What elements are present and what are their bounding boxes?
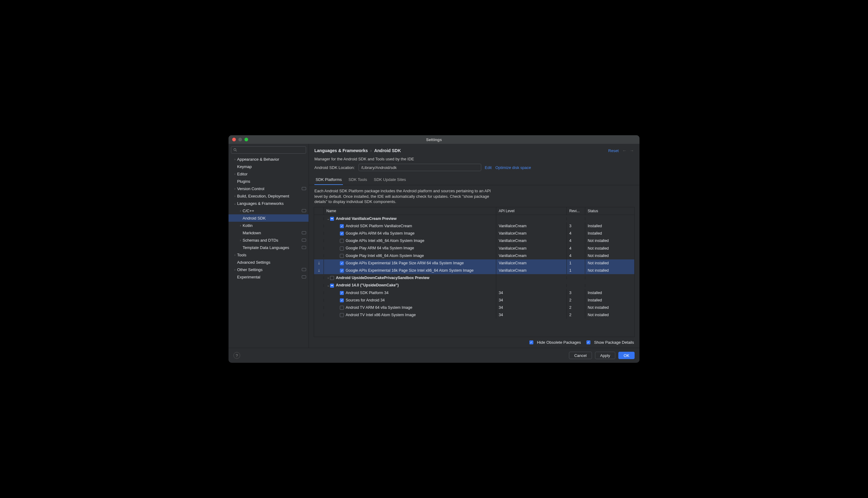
chevron-icon: ›	[238, 224, 242, 227]
row-api: 34	[496, 311, 567, 319]
breadcrumb: Languages & Frameworks › Android SDK	[314, 148, 401, 153]
crumb-parent[interactable]: Languages & Frameworks	[314, 148, 368, 153]
project-scope-icon	[302, 231, 306, 234]
table-row[interactable]: ⤓Google APIs Experimental 16k Page Size …	[314, 259, 634, 267]
checkbox-icon[interactable]	[340, 298, 344, 302]
table-row[interactable]: ›Android UpsideDownCakePrivacySandbox Pr…	[314, 274, 634, 281]
sidebar-item[interactable]: Advanced Settings	[228, 259, 308, 266]
tab-sdk-tools[interactable]: SDK Tools	[347, 175, 368, 185]
checkbox-icon[interactable]	[340, 239, 344, 243]
row-status: Not installed	[585, 252, 634, 259]
row-revision: 2	[567, 304, 585, 311]
row-name: Android VanillaIceCream Preview	[336, 217, 397, 221]
chevron-right-icon: ›	[370, 148, 372, 153]
row-revision	[567, 284, 585, 287]
show-details-checkbox[interactable]: Show Package Details	[587, 340, 634, 345]
tab-sdk-update-sites[interactable]: SDK Update Sites	[373, 175, 407, 185]
col-api-level[interactable]: API Level	[496, 207, 567, 215]
reset-link[interactable]: Reset	[608, 148, 619, 153]
forward-icon[interactable]: →	[630, 148, 634, 153]
checkbox-icon	[587, 340, 590, 344]
sidebar-item-label: Advanced Settings	[237, 260, 270, 265]
table-row[interactable]: Google Play ARM 64 v8a System ImageVanil…	[314, 245, 634, 252]
sidebar-nav: ›Appearance & BehaviorKeymap›EditorPlugi…	[228, 156, 308, 348]
hide-obsolete-checkbox[interactable]: Hide Obsolete Packages	[529, 340, 581, 345]
row-name: Google APIs Intel x86_64 Atom System Ima…	[346, 239, 424, 243]
row-name: Google APIs ARM 64 v8a System Image	[346, 231, 415, 236]
sidebar-item[interactable]: Plugins	[228, 178, 308, 185]
row-revision: 2	[567, 297, 585, 304]
table-row[interactable]: Android TV Intel x86 Atom System Image34…	[314, 311, 634, 319]
sidebar-item[interactable]: Experimental	[228, 273, 308, 280]
expand-icon[interactable]: ›	[326, 276, 330, 280]
sidebar: ›Appearance & BehaviorKeymap›EditorPlugi…	[228, 144, 309, 348]
checkbox-icon[interactable]	[340, 291, 344, 295]
table-row[interactable]: ⌄Android 14.0 ("UpsideDownCake")	[314, 281, 634, 289]
sidebar-item-label: Tools	[237, 253, 246, 257]
optimize-link[interactable]: Optimize disk space	[495, 165, 531, 170]
sidebar-item[interactable]: ›Other Settings	[228, 266, 308, 273]
table-row[interactable]: Google APIs ARM 64 v8a System ImageVanil…	[314, 230, 634, 237]
ok-button[interactable]: OK	[618, 352, 635, 359]
tab-sdk-platforms[interactable]: SDK Platforms	[314, 175, 343, 185]
cancel-button[interactable]: Cancel	[569, 352, 592, 359]
search-input[interactable]	[231, 146, 306, 154]
sidebar-item[interactable]: ›Editor	[228, 170, 308, 178]
row-status	[585, 284, 634, 287]
table-body[interactable]: ⌄Android VanillaIceCream PreviewAndroid …	[314, 215, 634, 337]
sidebar-item[interactable]: ›Version Control	[228, 185, 308, 192]
checkbox-icon[interactable]	[340, 313, 344, 317]
checkbox-icon[interactable]	[340, 268, 344, 273]
sidebar-item-label: Experimental	[237, 275, 260, 279]
sidebar-item[interactable]: Keymap	[228, 163, 308, 170]
checkbox-icon[interactable]	[340, 254, 344, 258]
col-name[interactable]: Name	[324, 207, 496, 215]
sidebar-item[interactable]: ›Schemas and DTDs	[228, 236, 308, 244]
table-row[interactable]: Android SDK Platform 34343Installed	[314, 289, 634, 297]
table-row[interactable]: Sources for Android 34342Installed	[314, 297, 634, 304]
apply-button[interactable]: Apply	[595, 352, 616, 359]
row-status: Not installed	[585, 311, 634, 319]
row-api: 34	[496, 304, 567, 311]
col-revision[interactable]: Revi...	[567, 207, 585, 215]
sidebar-item[interactable]: Template Data Languages	[228, 244, 308, 251]
expand-icon[interactable]: ⌄	[326, 217, 330, 221]
sidebar-item[interactable]: ›Tools	[228, 251, 308, 259]
chevron-icon: ›	[233, 172, 237, 176]
sidebar-item-label: Kotlin	[242, 223, 253, 228]
sidebar-item[interactable]: ›C/C++	[228, 207, 308, 214]
chevron-icon: ›	[233, 194, 237, 198]
sidebar-item[interactable]: ›Appearance & Behavior	[228, 156, 308, 163]
checkbox-icon[interactable]	[330, 276, 334, 280]
row-revision: 4	[567, 230, 585, 237]
col-status[interactable]: Status	[585, 207, 634, 215]
table-row[interactable]: Android SDK Platform VanillaIceCreamVani…	[314, 222, 634, 230]
checkbox-icon[interactable]	[340, 247, 344, 250]
checkbox-icon[interactable]	[330, 284, 334, 288]
sdk-location-input[interactable]	[358, 164, 481, 171]
checkbox-icon[interactable]	[340, 306, 344, 310]
table-row[interactable]: Android TV ARM 64 v8a System Image342Not…	[314, 304, 634, 311]
help-button[interactable]: ?	[233, 352, 240, 359]
table-row[interactable]: ⤓Google APIs Experimental 16k Page Size …	[314, 267, 634, 274]
sidebar-item[interactable]: ›Build, Execution, Deployment	[228, 192, 308, 200]
sidebar-item-label: C/C++	[242, 209, 254, 213]
table-row[interactable]: Google APIs Intel x86_64 Atom System Ima…	[314, 237, 634, 245]
search-field[interactable]	[239, 148, 304, 152]
checkbox-icon[interactable]	[340, 224, 344, 228]
back-icon[interactable]: ←	[622, 148, 627, 153]
checkbox-icon[interactable]	[340, 232, 344, 236]
checkbox-icon[interactable]	[340, 261, 344, 265]
sidebar-item[interactable]: Android SDK	[228, 214, 308, 222]
sidebar-item[interactable]: ›Kotlin	[228, 222, 308, 229]
table-row[interactable]: Google Play Intel x86_64 Atom System Ima…	[314, 252, 634, 259]
sidebar-item[interactable]: Markdown	[228, 229, 308, 236]
row-api: 34	[496, 297, 567, 304]
checkbox-icon[interactable]	[330, 217, 334, 221]
svg-point-0	[234, 148, 236, 150]
project-scope-icon	[302, 209, 306, 212]
table-row[interactable]: ⌄Android VanillaIceCream Preview	[314, 215, 634, 222]
expand-icon[interactable]: ⌄	[326, 284, 330, 287]
edit-link[interactable]: Edit	[485, 165, 492, 170]
sidebar-item[interactable]: ⌄Languages & Frameworks	[228, 200, 308, 207]
